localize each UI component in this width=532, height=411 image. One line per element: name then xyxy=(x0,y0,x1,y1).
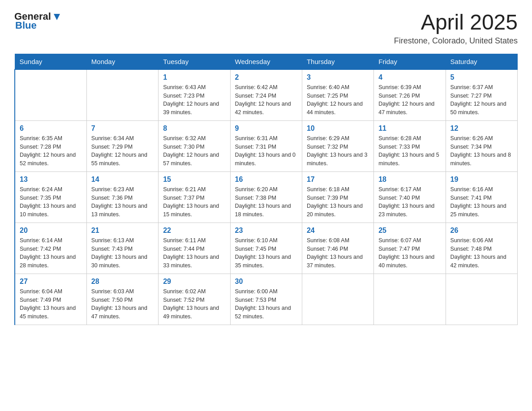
day-number: 20 xyxy=(20,227,82,235)
col-header-thursday: Thursday xyxy=(302,54,373,69)
day-number: 19 xyxy=(450,176,513,184)
day-info: Sunrise: 6:11 AMSunset: 7:44 PMDaylight:… xyxy=(163,236,225,270)
day-info: Sunrise: 6:31 AMSunset: 7:31 PMDaylight:… xyxy=(235,134,297,168)
day-info: Sunrise: 6:42 AMSunset: 7:24 PMDaylight:… xyxy=(235,83,297,117)
calendar-cell: 22Sunrise: 6:11 AMSunset: 7:44 PMDayligh… xyxy=(159,223,230,274)
day-number: 2 xyxy=(235,73,297,81)
calendar-cell: 27Sunrise: 6:04 AMSunset: 7:49 PMDayligh… xyxy=(15,274,86,325)
day-number: 14 xyxy=(91,176,154,184)
calendar-table: SundayMondayTuesdayWednesdayThursdayFrid… xyxy=(14,54,518,325)
day-number: 29 xyxy=(163,278,225,286)
day-number: 6 xyxy=(20,124,82,133)
day-info: Sunrise: 6:18 AMSunset: 7:39 PMDaylight:… xyxy=(307,185,369,219)
logo: General Blue xyxy=(14,11,62,31)
calendar-cell xyxy=(15,69,86,121)
location-subtitle: Firestone, Colorado, United States xyxy=(394,36,518,46)
calendar-cell: 12Sunrise: 6:26 AMSunset: 7:34 PMDayligh… xyxy=(446,120,517,171)
calendar-cell: 28Sunrise: 6:03 AMSunset: 7:50 PMDayligh… xyxy=(86,274,158,325)
day-number: 16 xyxy=(235,176,297,184)
day-number: 15 xyxy=(163,176,225,184)
day-info: Sunrise: 6:03 AMSunset: 7:50 PMDaylight:… xyxy=(91,287,154,321)
calendar-cell: 18Sunrise: 6:17 AMSunset: 7:40 PMDayligh… xyxy=(374,171,446,223)
day-info: Sunrise: 6:43 AMSunset: 7:23 PMDaylight:… xyxy=(163,83,225,117)
day-info: Sunrise: 6:06 AMSunset: 7:48 PMDaylight:… xyxy=(450,236,513,270)
day-number: 5 xyxy=(450,73,513,81)
day-number: 21 xyxy=(91,227,154,235)
calendar-cell: 19Sunrise: 6:16 AMSunset: 7:41 PMDayligh… xyxy=(446,171,517,223)
calendar-cell: 26Sunrise: 6:06 AMSunset: 7:48 PMDayligh… xyxy=(446,223,517,274)
calendar-cell: 7Sunrise: 6:34 AMSunset: 7:29 PMDaylight… xyxy=(86,120,158,171)
day-info: Sunrise: 6:07 AMSunset: 7:47 PMDaylight:… xyxy=(378,236,441,270)
day-info: Sunrise: 6:10 AMSunset: 7:45 PMDaylight:… xyxy=(235,236,297,270)
day-info: Sunrise: 6:08 AMSunset: 7:46 PMDaylight:… xyxy=(307,236,369,270)
col-header-tuesday: Tuesday xyxy=(159,54,230,69)
calendar-week-row: 13Sunrise: 6:24 AMSunset: 7:35 PMDayligh… xyxy=(15,171,518,223)
calendar-cell: 30Sunrise: 6:00 AMSunset: 7:53 PMDayligh… xyxy=(230,274,302,325)
day-info: Sunrise: 6:00 AMSunset: 7:53 PMDaylight:… xyxy=(235,287,297,321)
day-info: Sunrise: 6:13 AMSunset: 7:43 PMDaylight:… xyxy=(91,236,154,270)
calendar-cell xyxy=(446,274,517,325)
calendar-cell: 9Sunrise: 6:31 AMSunset: 7:31 PMDaylight… xyxy=(230,120,302,171)
calendar-week-row: 20Sunrise: 6:14 AMSunset: 7:42 PMDayligh… xyxy=(15,223,518,274)
calendar-cell: 6Sunrise: 6:35 AMSunset: 7:28 PMDaylight… xyxy=(15,120,86,171)
calendar-header-row: SundayMondayTuesdayWednesdayThursdayFrid… xyxy=(15,54,518,69)
day-number: 23 xyxy=(235,227,297,235)
calendar-cell: 2Sunrise: 6:42 AMSunset: 7:24 PMDaylight… xyxy=(230,69,302,121)
month-title: April 2025 xyxy=(394,11,518,34)
calendar-cell: 10Sunrise: 6:29 AMSunset: 7:32 PMDayligh… xyxy=(302,120,373,171)
col-header-monday: Monday xyxy=(86,54,158,69)
day-number: 7 xyxy=(91,124,154,133)
calendar-cell: 16Sunrise: 6:20 AMSunset: 7:38 PMDayligh… xyxy=(230,171,302,223)
day-info: Sunrise: 6:02 AMSunset: 7:52 PMDaylight:… xyxy=(163,287,225,321)
calendar-week-row: 27Sunrise: 6:04 AMSunset: 7:49 PMDayligh… xyxy=(15,274,518,325)
calendar-cell: 13Sunrise: 6:24 AMSunset: 7:35 PMDayligh… xyxy=(15,171,86,223)
day-number: 12 xyxy=(450,124,513,133)
day-number: 9 xyxy=(235,124,297,133)
day-number: 24 xyxy=(307,227,369,235)
calendar-cell xyxy=(302,274,373,325)
day-info: Sunrise: 6:26 AMSunset: 7:34 PMDaylight:… xyxy=(450,134,513,168)
day-number: 10 xyxy=(307,124,369,133)
day-info: Sunrise: 6:29 AMSunset: 7:32 PMDaylight:… xyxy=(307,134,369,168)
logo-triangle-icon xyxy=(52,12,62,22)
day-number: 22 xyxy=(163,227,225,235)
day-number: 3 xyxy=(307,73,369,81)
day-info: Sunrise: 6:28 AMSunset: 7:33 PMDaylight:… xyxy=(378,134,441,168)
day-info: Sunrise: 6:37 AMSunset: 7:27 PMDaylight:… xyxy=(450,83,513,117)
calendar-cell: 20Sunrise: 6:14 AMSunset: 7:42 PMDayligh… xyxy=(15,223,86,274)
day-info: Sunrise: 6:32 AMSunset: 7:30 PMDaylight:… xyxy=(163,134,225,168)
calendar-cell: 17Sunrise: 6:18 AMSunset: 7:39 PMDayligh… xyxy=(302,171,373,223)
day-number: 1 xyxy=(163,73,225,81)
day-info: Sunrise: 6:23 AMSunset: 7:36 PMDaylight:… xyxy=(91,185,154,219)
day-info: Sunrise: 6:39 AMSunset: 7:26 PMDaylight:… xyxy=(378,83,441,117)
day-number: 18 xyxy=(378,176,441,184)
calendar-week-row: 6Sunrise: 6:35 AMSunset: 7:28 PMDaylight… xyxy=(15,120,518,171)
day-info: Sunrise: 6:17 AMSunset: 7:40 PMDaylight:… xyxy=(378,185,441,219)
calendar-cell: 5Sunrise: 6:37 AMSunset: 7:27 PMDaylight… xyxy=(446,69,517,121)
day-info: Sunrise: 6:34 AMSunset: 7:29 PMDaylight:… xyxy=(91,134,154,168)
calendar-cell: 1Sunrise: 6:43 AMSunset: 7:23 PMDaylight… xyxy=(159,69,230,121)
col-header-friday: Friday xyxy=(374,54,446,69)
calendar-cell xyxy=(374,274,446,325)
day-info: Sunrise: 6:16 AMSunset: 7:41 PMDaylight:… xyxy=(450,185,513,219)
day-info: Sunrise: 6:24 AMSunset: 7:35 PMDaylight:… xyxy=(20,185,82,219)
calendar-cell: 24Sunrise: 6:08 AMSunset: 7:46 PMDayligh… xyxy=(302,223,373,274)
calendar-cell: 25Sunrise: 6:07 AMSunset: 7:47 PMDayligh… xyxy=(374,223,446,274)
calendar-cell: 8Sunrise: 6:32 AMSunset: 7:30 PMDaylight… xyxy=(159,120,230,171)
day-number: 11 xyxy=(378,124,441,133)
day-number: 30 xyxy=(235,278,297,286)
day-number: 8 xyxy=(163,124,225,133)
calendar-cell: 14Sunrise: 6:23 AMSunset: 7:36 PMDayligh… xyxy=(86,171,158,223)
calendar-cell xyxy=(86,69,158,121)
calendar-cell: 23Sunrise: 6:10 AMSunset: 7:45 PMDayligh… xyxy=(230,223,302,274)
day-info: Sunrise: 6:40 AMSunset: 7:25 PMDaylight:… xyxy=(307,83,369,117)
day-number: 28 xyxy=(91,278,154,286)
calendar-cell: 29Sunrise: 6:02 AMSunset: 7:52 PMDayligh… xyxy=(159,274,230,325)
calendar-cell: 4Sunrise: 6:39 AMSunset: 7:26 PMDaylight… xyxy=(374,69,446,121)
calendar-cell: 15Sunrise: 6:21 AMSunset: 7:37 PMDayligh… xyxy=(159,171,230,223)
day-number: 25 xyxy=(378,227,441,235)
day-number: 13 xyxy=(20,176,82,184)
title-section: April 2025 Firestone, Colorado, United S… xyxy=(394,11,518,46)
calendar-cell: 21Sunrise: 6:13 AMSunset: 7:43 PMDayligh… xyxy=(86,223,158,274)
col-header-saturday: Saturday xyxy=(446,54,517,69)
